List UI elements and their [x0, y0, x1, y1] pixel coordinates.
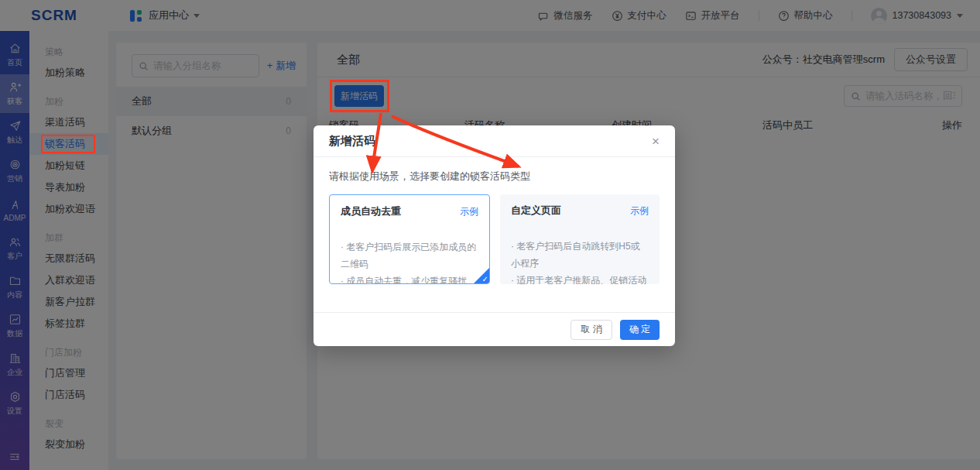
modal-title: 新增活码	[329, 134, 375, 149]
confirm-button[interactable]: 确 定	[620, 320, 660, 340]
card-bullets: · 老客户扫码后展示已添加成员的二维码 · 成员自动去重，减少重复骚扰	[341, 238, 478, 284]
card-bullet: · 适用于老客户推新品、促销活动等不同场景	[511, 272, 649, 284]
modal-description: 请根据使用场景，选择要创建的锁客活码类型	[329, 170, 660, 184]
close-icon[interactable]: ×	[652, 135, 660, 148]
card-member-dedup[interactable]: 成员自动去重 示例 · 老客户扫码后展示已添加成员的二维码 · 成员自动去重，减…	[329, 194, 490, 284]
card-bullets: · 老客户扫码后自动跳转到H5或小程序 · 适用于老客户推新品、促销活动等不同场…	[511, 238, 649, 284]
example-link[interactable]: 示例	[460, 205, 478, 218]
card-title: 成员自动去重	[341, 204, 401, 218]
cancel-button[interactable]: 取 消	[571, 320, 612, 340]
add-live-code-modal: 新增活码 × 请根据使用场景，选择要创建的锁客活码类型 成员自动去重 示例 · …	[314, 125, 675, 346]
card-bullet: · 成员自动去重，减少重复骚扰	[341, 273, 478, 284]
annotation-box-sidebar	[41, 135, 95, 153]
card-bullet: · 老客户扫码后展示已添加成员的二维码	[341, 238, 478, 273]
check-icon: ✓	[482, 275, 488, 283]
example-link[interactable]: 示例	[630, 204, 649, 218]
annotation-box-add-button	[330, 80, 389, 112]
card-title: 自定义页面	[511, 204, 561, 218]
card-bullet: · 老客户扫码后自动跳转到H5或小程序	[511, 238, 649, 272]
card-custom-page[interactable]: 自定义页面 示例 · 老客户扫码后自动跳转到H5或小程序 · 适用于老客户推新品…	[500, 194, 660, 284]
